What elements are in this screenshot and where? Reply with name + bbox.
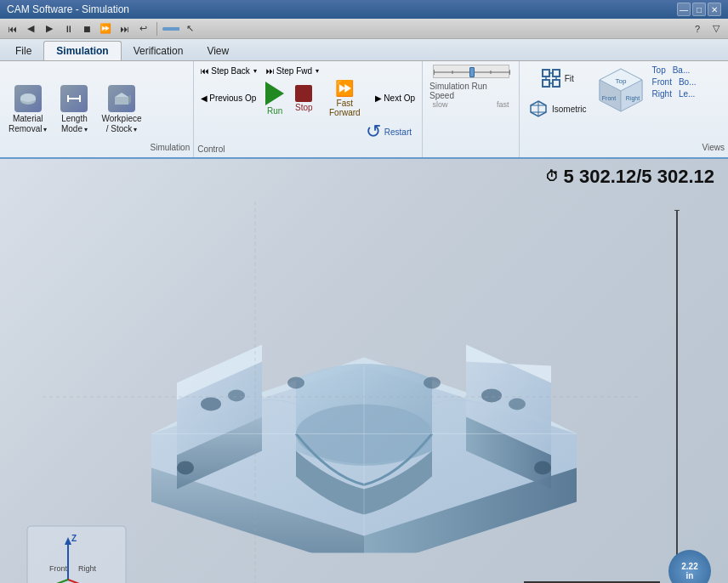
control-group: ⏮ Step Back ▾ ⏭ Step Fwd ▾ ◀ Previous Op…: [194, 61, 423, 157]
help-btn[interactable]: ?: [689, 20, 706, 37]
prev-op-btn[interactable]: ◀ Previous Op: [197, 92, 259, 105]
speed-range-labels: slow fast: [433, 100, 509, 109]
views-large-btns: Fit Isometric: [523, 65, 592, 154]
ff-icon: ⏩: [335, 79, 354, 98]
svg-point-48: [201, 397, 221, 410]
window-controls[interactable]: — □ ✕: [677, 3, 721, 16]
quick-end-btn[interactable]: ⏭: [116, 20, 133, 37]
dim-unit: in: [686, 571, 694, 580]
material-removal-icon: [14, 85, 42, 112]
fit-label: Fit: [565, 74, 574, 83]
fit-btn[interactable]: Fit: [523, 65, 592, 92]
quick-ff-btn[interactable]: ⏩: [97, 20, 114, 37]
view-top-row: Top Ba...: [650, 65, 699, 76]
clock-icon: ⏱: [545, 169, 559, 184]
minimize-btn[interactable]: —: [677, 3, 691, 16]
quick-toolbar: ⏮ ◀ ▶ ⏸ ⏹ ⏩ ⏭ ↩ ↖ ? ▽: [0, 19, 728, 39]
fit-icon: [541, 68, 561, 88]
speed-max-label: fast: [497, 100, 509, 109]
isometric-btn[interactable]: Isometric: [523, 95, 592, 122]
view-top-btn[interactable]: Top: [650, 65, 668, 76]
quick-pause-btn[interactable]: ⏸: [60, 20, 77, 37]
material-removal-btn[interactable]: MaterialRemoval▾: [3, 65, 52, 154]
length-icon-svg: [65, 89, 83, 108]
play-label: Run: [267, 106, 282, 116]
workpiece-stock-label: Workpiece/ Stock▾: [101, 114, 141, 134]
dim-value: 2.22: [681, 562, 697, 571]
view-right-btn[interactable]: Right: [650, 88, 674, 99]
restart-btn[interactable]: ↺ Restart: [362, 119, 415, 144]
svg-marker-11: [128, 94, 131, 105]
isometric-icon: [528, 99, 549, 119]
workpiece-icon: [108, 85, 135, 112]
simulation-group-label: Simulation: [151, 143, 191, 154]
quick-play-btn[interactable]: ▶: [41, 20, 58, 37]
tab-simulation[interactable]: Simulation: [43, 41, 121, 60]
restart-label: Restart: [384, 127, 412, 137]
ruler-right: [673, 210, 675, 558]
view-cube-container[interactable]: Top Front Right: [595, 65, 646, 116]
isometric-label: Isometric: [552, 105, 587, 114]
next-op-icon: ▶: [375, 93, 382, 103]
tab-file[interactable]: File: [3, 42, 43, 60]
step-back-arrow: ▾: [253, 67, 257, 75]
zoom-slider-svg: [162, 24, 179, 34]
quick-step-back-btn[interactable]: ⏮: [3, 20, 20, 37]
ruler-svg: [673, 210, 681, 558]
view-bottom-btn[interactable]: Bo...: [676, 76, 699, 88]
dropdown-btn[interactable]: ▽: [708, 20, 725, 37]
ff-label: Fast Forward: [322, 99, 367, 117]
next-op-btn[interactable]: ▶ Next Op: [372, 92, 418, 105]
tab-view[interactable]: View: [195, 42, 241, 60]
dimension-badge: 2.22 in: [668, 550, 711, 583]
view-labels-list: Top Ba... Front Bo... Right Le...: [650, 65, 699, 154]
speed-thumb[interactable]: [469, 67, 475, 77]
views-group: Fit Isometric: [520, 61, 728, 157]
view-back-btn[interactable]: Ba...: [670, 65, 693, 76]
svg-point-55: [534, 461, 551, 474]
workpiece-icon-svg: [112, 89, 131, 108]
control-row-bottom: ↺ Restart: [197, 119, 418, 144]
view-left-btn[interactable]: Le...: [676, 88, 697, 99]
stop-label: Stop: [295, 103, 313, 112]
fast-forward-btn[interactable]: ⏩ Fast Forward: [319, 77, 370, 119]
step-fwd-btn[interactable]: ⏭ Step Fwd ▾: [263, 65, 322, 77]
length-mode-btn[interactable]: LengthMode▾: [55, 65, 93, 154]
step-back-icon: ⏮: [201, 66, 209, 76]
view-mid-row: Front Bo...: [650, 76, 699, 88]
quick-slider[interactable]: [162, 20, 179, 37]
svg-rect-21: [553, 80, 560, 87]
view-front-btn[interactable]: Front: [650, 76, 674, 88]
next-op-label: Next Op: [384, 93, 415, 103]
title-bar: CAM Software - Simulation — □ ✕: [0, 0, 728, 19]
svg-rect-19: [553, 70, 560, 76]
control-row-mid: ◀ Previous Op Run Stop ⏩ Fast Forward ▶ …: [197, 77, 418, 119]
views-group-label: Views: [702, 143, 725, 154]
svg-point-51: [509, 398, 526, 410]
svg-point-53: [424, 376, 441, 388]
control-group-label: Control: [197, 144, 418, 154]
quick-back-btn[interactable]: ◀: [22, 20, 39, 37]
svg-rect-20: [543, 80, 549, 87]
close-btn[interactable]: ✕: [708, 3, 721, 16]
tab-verification[interactable]: Verification: [122, 42, 196, 60]
maximize-btn[interactable]: □: [692, 3, 706, 16]
svg-point-52: [287, 376, 304, 388]
step-fwd-icon: ⏭: [266, 66, 275, 76]
simulation-group: MaterialRemoval▾ LengthMode▾ Workpiece: [0, 61, 194, 157]
cursor-btn[interactable]: ↖: [181, 20, 198, 37]
play-btn[interactable]: Run: [261, 80, 288, 117]
stop-btn[interactable]: Stop: [290, 83, 317, 114]
material-removal-label: MaterialRemoval▾: [9, 114, 47, 134]
svg-text:Front: Front: [601, 95, 615, 101]
quick-undo-btn[interactable]: ↩: [134, 20, 151, 37]
viewport[interactable]: ⏱ 5 302.12/5 302.12: [0, 159, 728, 583]
speed-slider-track[interactable]: [433, 65, 509, 78]
svg-rect-9: [115, 97, 128, 105]
help-btns: ? ▽: [689, 20, 725, 37]
step-back-label: Step Back: [211, 66, 250, 76]
step-back-btn[interactable]: ⏮ Step Back ▾: [197, 65, 260, 77]
quick-stop-btn[interactable]: ⏹: [78, 20, 95, 37]
workpiece-stock-btn[interactable]: Workpiece/ Stock▾: [96, 65, 146, 154]
svg-text:Right: Right: [625, 95, 639, 102]
